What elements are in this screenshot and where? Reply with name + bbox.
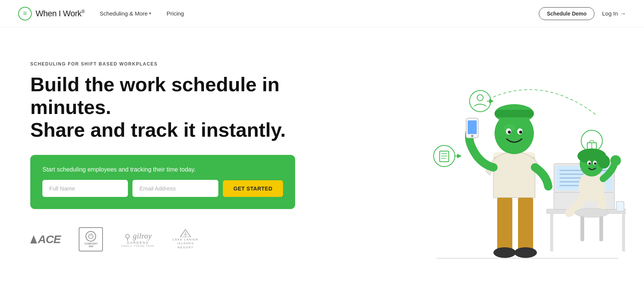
svg-point-2 — [126, 234, 129, 238]
svg-point-63 — [575, 208, 609, 217]
email-input[interactable] — [132, 180, 218, 197]
svg-point-40 — [471, 135, 473, 137]
logo-link[interactable]: ≡ When I Work® — [18, 7, 85, 20]
svg-point-58 — [588, 162, 591, 165]
cta-subtitle: Start scheduling employees and tracking … — [42, 166, 283, 173]
lake-lanier-logo: LAKE LANIERISLANDSRESORT — [173, 228, 198, 251]
hero-headline: Build the work schedule in minutes. Shar… — [30, 73, 295, 141]
arrow-right-icon: → — [620, 10, 626, 17]
hero-illustration — [406, 46, 626, 283]
svg-point-28 — [493, 247, 516, 258]
nav-scheduling-link[interactable]: Scheduling & More ▾ — [100, 10, 152, 17]
logo-icon: ≡ — [18, 7, 32, 20]
svg-point-34 — [508, 131, 511, 134]
svg-point-55 — [598, 155, 610, 169]
cta-form: GET STARTED — [42, 180, 283, 197]
hero-section: SCHEDULING FOR SHIFT BASED WORKPLACES Bu… — [0, 27, 644, 295]
schedule-demo-button[interactable]: Schedule Demo — [539, 7, 594, 20]
cta-box: Start scheduling employees and tracking … — [30, 155, 295, 209]
svg-rect-39 — [468, 120, 477, 134]
comfort-inn-logo: COMFORTINN — [79, 228, 103, 251]
svg-rect-43 — [622, 214, 625, 251]
svg-point-35 — [519, 131, 522, 134]
hero-content: SCHEDULING FOR SHIFT BASED WORKPLACES Bu… — [30, 50, 295, 251]
ace-logo: ACE — [30, 228, 61, 251]
svg-point-60 — [610, 155, 621, 166]
svg-point-1 — [89, 234, 93, 239]
get-started-button[interactable]: GET STARTED — [223, 180, 283, 197]
navigation: ≡ When I Work® Scheduling & More ▾ Prici… — [0, 0, 644, 27]
partner-logos: ACE COMFORTINN — [30, 228, 295, 251]
svg-point-59 — [594, 162, 596, 165]
chevron-down-icon: ▾ — [149, 11, 151, 16]
svg-rect-42 — [550, 214, 553, 251]
gilroy-gardens-logo: gilroy GARDENS FAMILY THEME PARK — [121, 228, 154, 251]
login-link[interactable]: Log In → — [602, 10, 626, 17]
logo-text: When I Work® — [36, 9, 85, 19]
nav-left: ≡ When I Work® Scheduling & More ▾ Prici… — [18, 7, 184, 20]
svg-rect-64 — [616, 201, 624, 211]
nav-right: Schedule Demo Log In → — [539, 7, 626, 20]
svg-marker-0 — [30, 235, 37, 243]
svg-rect-27 — [518, 198, 533, 251]
svg-rect-26 — [497, 198, 512, 251]
fullname-input[interactable] — [42, 180, 128, 197]
svg-rect-37 — [495, 110, 534, 117]
hero-eyebrow: SCHEDULING FOR SHIFT BASED WORKPLACES — [30, 61, 295, 67]
nav-pricing-link[interactable]: Pricing — [166, 10, 184, 17]
svg-point-29 — [514, 247, 537, 258]
